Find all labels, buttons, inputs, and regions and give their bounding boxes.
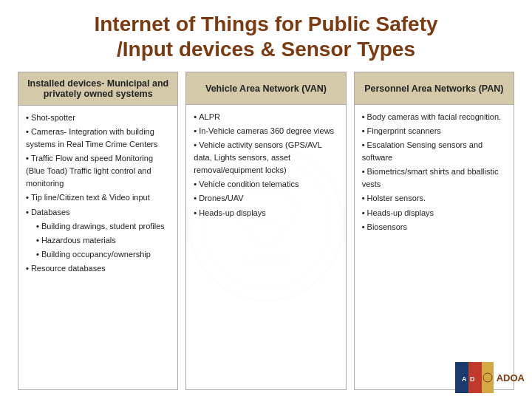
list-item: Biosensors [362,221,506,233]
list-item: Tip line/Citizen text & Video input [26,191,170,204]
column-pan-header: Personnel Area Networks (PAN) [355,72,514,105]
content-area: THE STATE OF ARIZONA Installed devices- … [18,72,514,390]
list-item: Shot-spotter [26,112,170,124]
list-item: Cameras- Integration with building syste… [26,126,170,151]
column-van: Vehicle Area Network (VAN) ALPR In-Vehic… [185,72,346,390]
list-item-sub: Hazardous materials [36,234,170,247]
list-item: Traffic Flow and speed Monitoring (Blue … [26,152,170,190]
list-item: Vehicle condition telematics [194,178,338,191]
page-container: Internet of Things for Public Safety /In… [0,0,532,399]
list-item: ALPR [194,111,338,123]
pan-list: Body cameras with facial recognition. Fi… [362,111,506,233]
column-pan-body: Body cameras with facial recognition. Fi… [355,105,514,240]
list-item: Escalation Sensing sensors and software [362,139,506,164]
main-title: Internet of Things for Public Safety /In… [18,12,514,61]
list-item: Heads-up displays [362,207,506,219]
list-item: Biometrics/smart shirts and bballistic v… [362,166,506,191]
list-item: Heads-up displays [194,207,338,219]
van-list: ALPR In-Vehicle cameras 360 degree views… [194,111,338,219]
column-van-header: Vehicle Area Network (VAN) [186,72,345,105]
column-installed: Installed devices- Municipal and private… [18,72,178,390]
column-installed-header: Installed devices- Municipal and private… [18,72,177,106]
list-item-sub: Building occupancy/ownership [36,248,170,261]
column-installed-body: Shot-spotter Cameras- Integration with b… [18,106,177,282]
adoa-logo: A D [455,362,494,393]
list-item-sub: Building drawings, student profiles [36,220,170,233]
list-item: Databases [26,206,170,219]
title-section: Internet of Things for Public Safety /In… [18,12,514,61]
title-line1: Internet of Things for Public Safety [94,13,437,35]
list-item: Resource databases [26,262,170,275]
column-van-body: ALPR In-Vehicle cameras 360 degree views… [186,105,345,226]
list-item: Body cameras with facial recognition. [362,111,506,123]
svg-text:A: A [462,375,467,383]
svg-text:D: D [470,375,475,383]
adoa-label-text: ADOA [497,372,525,383]
title-line2: /Input devices & Sensor Types [117,38,415,61]
logo-area: A D ADOA [455,362,525,393]
list-item: Fingerprint scanners [362,125,506,137]
list-item: Vehicle activity sensors (GPS/AVL data, … [194,139,338,177]
list-item: Holster sensors. [362,192,506,205]
list-item: Drones/UAV [194,192,338,205]
installed-list: Shot-spotter Cameras- Integration with b… [26,112,170,275]
list-item: In-Vehicle cameras 360 degree views [194,125,338,137]
column-pan: Personnel Area Networks (PAN) Body camer… [354,72,514,390]
